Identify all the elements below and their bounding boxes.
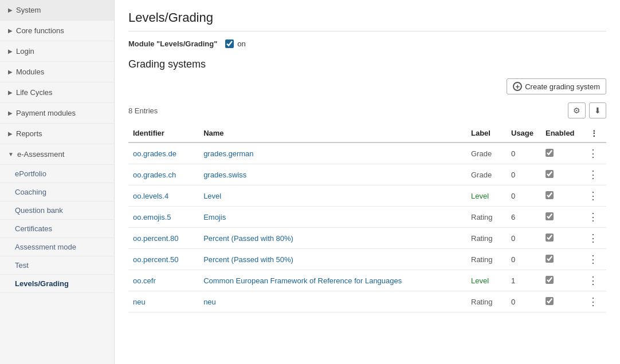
- sidebar-item-payment-modules[interactable]: ▶Payment modules: [0, 103, 114, 124]
- cell-usage: 0: [507, 185, 541, 207]
- cell-identifier: oo.percent.80: [128, 228, 199, 249]
- cell-identifier: oo.cefr: [128, 270, 199, 291]
- cell-usage: 0: [507, 164, 541, 185]
- table-row: oo.grades.de grades.german Grade 0 ⋮: [128, 143, 606, 164]
- row-actions-button[interactable]: ⋮: [586, 274, 602, 287]
- module-checkbox[interactable]: [225, 39, 234, 48]
- table-row: oo.emojis.5 Emojis Rating 6 ⋮: [128, 207, 606, 228]
- sidebar-item-label: Payment modules: [16, 109, 76, 117]
- create-grading-system-button[interactable]: + Create grading system: [507, 78, 606, 94]
- module-on-label: on: [237, 39, 245, 48]
- cell-identifier: neu: [128, 291, 199, 312]
- enabled-checkbox[interactable]: [546, 149, 554, 157]
- download-icon: ⬇: [594, 106, 601, 115]
- cell-enabled: [541, 164, 581, 185]
- cell-more: ⋮: [581, 291, 606, 312]
- col-name: Name: [199, 124, 466, 143]
- arrow-icon: ▶: [8, 27, 13, 34]
- enabled-checkbox[interactable]: [546, 276, 554, 284]
- col-identifier: Identifier: [128, 124, 199, 143]
- table-row: oo.levels.4 Level Level 0 ⋮: [128, 185, 606, 207]
- cell-usage: 0: [507, 291, 541, 312]
- cell-identifier: oo.grades.de: [128, 143, 199, 164]
- sidebar-item-login[interactable]: ▶Login: [0, 41, 114, 62]
- cell-name: grades.german: [199, 143, 466, 164]
- cell-label: Level: [466, 270, 507, 291]
- cell-enabled: [541, 185, 581, 207]
- main-content: Levels/Grading Module "Levels/Grading" o…: [115, 0, 620, 364]
- cell-enabled: [541, 207, 581, 228]
- row-actions-button[interactable]: ⋮: [586, 168, 602, 181]
- grading-table: Identifier Name Label Usage Enabled ⋮ oo…: [128, 124, 606, 312]
- sidebar-item-core-functions[interactable]: ▶Core functions: [0, 21, 114, 41]
- row-actions-button[interactable]: ⋮: [586, 189, 602, 202]
- gear-icon: ⚙: [573, 106, 580, 115]
- table-row: oo.percent.80 Percent (Passed with 80%) …: [128, 228, 606, 249]
- sidebar-item-life-cycles[interactable]: ▶Life Cycles: [0, 82, 114, 103]
- sidebar-item-label: System: [16, 6, 41, 14]
- cell-usage: 6: [507, 207, 541, 228]
- enabled-checkbox[interactable]: [546, 297, 554, 305]
- cell-label: Rating: [466, 207, 507, 228]
- sidebar-item-reports[interactable]: ▶Reports: [0, 124, 114, 144]
- cell-name: Percent (Passed with 80%): [199, 228, 466, 249]
- cell-name: Common European Framework of Reference f…: [199, 270, 466, 291]
- cell-more: ⋮: [581, 185, 606, 207]
- sidebar-item-e-assessment[interactable]: ▼e-Assessment: [0, 144, 114, 165]
- sidebar-item-label: Life Cycles: [16, 88, 53, 97]
- cell-usage: 0: [507, 249, 541, 270]
- arrow-icon: ▶: [8, 69, 13, 75]
- settings-button[interactable]: ⚙: [568, 102, 586, 118]
- table-row: oo.percent.50 Percent (Passed with 50%) …: [128, 249, 606, 270]
- cell-usage: 0: [507, 228, 541, 249]
- sidebar-item-label: Login: [16, 47, 34, 56]
- sidebar-sub-item-eportfolio[interactable]: ePortfolio: [0, 165, 114, 183]
- sidebar-sub-item-assessment-mode[interactable]: Assessment mode: [0, 238, 114, 256]
- module-row: Module "Levels/Grading" on: [128, 39, 606, 48]
- section-title: Grading systems: [128, 58, 606, 70]
- plus-circle-icon: +: [513, 82, 522, 91]
- table-row: neu neu Rating 0 ⋮: [128, 291, 606, 312]
- enabled-checkbox[interactable]: [546, 191, 554, 199]
- cell-label: Rating: [466, 291, 507, 312]
- sidebar-sub-item-test[interactable]: Test: [0, 256, 114, 275]
- arrow-icon: ▶: [8, 130, 13, 137]
- download-button[interactable]: ⬇: [589, 102, 606, 118]
- sidebar-sub-item-levels-grading[interactable]: Levels/Grading: [0, 275, 114, 293]
- page-title: Levels/Grading: [128, 10, 606, 31]
- enabled-checkbox[interactable]: [546, 234, 554, 242]
- enabled-checkbox[interactable]: [546, 255, 554, 263]
- sidebar-sub-item-coaching[interactable]: Coaching: [0, 183, 114, 201]
- row-actions-button[interactable]: ⋮: [586, 295, 602, 308]
- cell-name: Percent (Passed with 50%): [199, 249, 466, 270]
- toolbar-right: ⚙ ⬇: [568, 102, 606, 118]
- row-actions-button[interactable]: ⋮: [586, 211, 602, 223]
- sidebar-item-modules[interactable]: ▶Modules: [0, 62, 114, 82]
- entries-label: 8 Entries: [128, 106, 158, 115]
- row-actions-button[interactable]: ⋮: [586, 253, 602, 266]
- cell-identifier: oo.percent.50: [128, 249, 199, 270]
- row-actions-button[interactable]: ⋮: [586, 147, 602, 160]
- cell-label: Rating: [466, 228, 507, 249]
- cell-usage: 0: [507, 143, 541, 164]
- arrow-icon: ▶: [8, 7, 13, 13]
- sidebar-sub-label: Question bank: [15, 206, 63, 215]
- cell-identifier: oo.levels.4: [128, 185, 199, 207]
- arrow-icon: ▶: [8, 110, 13, 116]
- row-actions-button[interactable]: ⋮: [586, 232, 602, 244]
- cell-more: ⋮: [581, 228, 606, 249]
- enabled-checkbox[interactable]: [546, 170, 554, 178]
- cell-more: ⋮: [581, 164, 606, 185]
- sidebar-sub-item-question-bank[interactable]: Question bank: [0, 201, 114, 220]
- sidebar-sub-label: Test: [15, 261, 29, 270]
- cell-identifier: oo.emojis.5: [128, 207, 199, 228]
- arrow-icon: ▶: [8, 48, 13, 54]
- col-enabled: Enabled: [541, 124, 581, 143]
- sidebar-sub-item-certificates[interactable]: Certificates: [0, 220, 114, 238]
- module-toggle[interactable]: on: [225, 39, 245, 48]
- sidebar-item-system[interactable]: ▶System: [0, 0, 114, 21]
- sidebar-sub-label: Assessment mode: [15, 243, 76, 251]
- enabled-checkbox[interactable]: [546, 212, 554, 220]
- table-body: oo.grades.de grades.german Grade 0 ⋮ oo.…: [128, 143, 606, 312]
- sidebar-item-label: Modules: [16, 68, 44, 76]
